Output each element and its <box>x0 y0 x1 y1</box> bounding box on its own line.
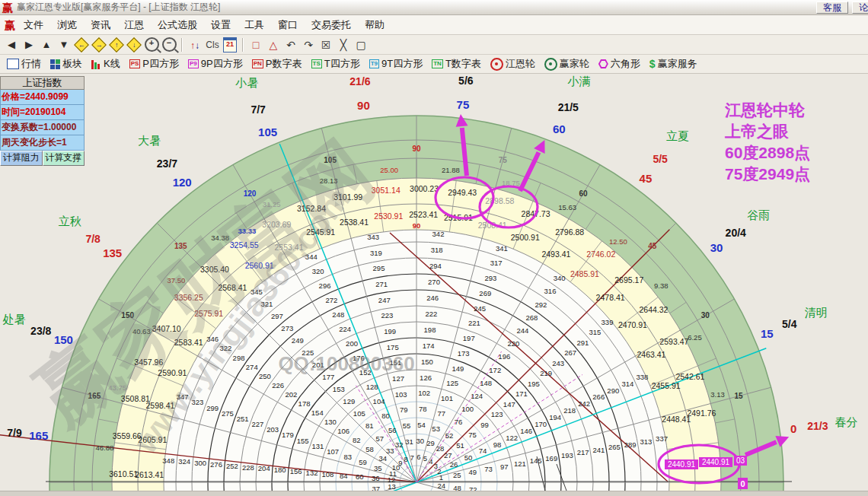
price-inner-ring-value: 2478.41 <box>596 293 625 302</box>
toolbar-item-9T四方形[interactable]: T99T四方形 <box>365 56 427 72</box>
spiral-number: 252 <box>226 462 238 470</box>
forum-button[interactable]: 论坛 <box>852 2 868 14</box>
solar-term-label: 立秋 <box>59 215 81 227</box>
spiral-number: 314 <box>621 380 633 388</box>
spiral-number: 107 <box>327 447 339 456</box>
toolbar-item-T数字表[interactable]: TNT数字表 <box>428 56 485 72</box>
zoom-out-icon[interactable]: − <box>161 37 177 53</box>
price-inner-ring-value: 2463.41 <box>637 350 665 359</box>
parameter-row-0[interactable]: 价格=2440.9099 <box>0 90 85 105</box>
menu-item-浏览[interactable]: 浏览 <box>50 16 84 34</box>
spiral-number: 31 <box>405 437 413 446</box>
toolbar-item-行情[interactable]: 行情 <box>3 56 45 72</box>
menu-item-江恩[interactable]: 江恩 <box>117 16 151 34</box>
outer-degree-label: 45 <box>640 172 653 185</box>
t-table-icon: TN <box>432 59 443 68</box>
menu-item-工具[interactable]: 工具 <box>238 16 271 34</box>
menu-item-公式选股[interactable]: 公式选股 <box>151 16 204 34</box>
spiral-number: 131 <box>311 442 324 450</box>
spiral-number: 341 <box>496 244 508 253</box>
toolbar-item-K线[interactable]: K线 <box>88 56 124 72</box>
pct-ring-value: 6.25 <box>688 333 702 342</box>
nav-up-icon[interactable]: ▲ <box>38 37 55 53</box>
app-window: { "window": {"logo":"赢","title":"赢家江恩专业版… <box>0 0 868 496</box>
t-square-icon: TS <box>311 59 322 68</box>
calendar-icon[interactable]: 21 <box>222 37 238 53</box>
watermark-text: QQ:100800360 <box>278 352 414 375</box>
spiral-number: 318 <box>431 246 443 254</box>
nav-right-icon[interactable]: ▶ <box>21 37 37 53</box>
spiral-number: 226 <box>272 381 284 389</box>
toolbar-item-T四方形[interactable]: TST四方形 <box>308 56 364 72</box>
spiral-number: 127 <box>392 374 404 383</box>
spiral-number: 128 <box>366 383 378 391</box>
spiral-number: 316 <box>544 287 557 295</box>
calc-resistance-button[interactable]: 计算阻力 <box>0 151 43 166</box>
spiral-number: 317 <box>490 259 503 267</box>
menu-item-帮助[interactable]: 帮助 <box>358 16 391 34</box>
screen-icon[interactable]: ▢ <box>353 37 369 53</box>
gann-wheel-canvas[interactable]: 1234567891011121324252627282930313233343… <box>0 74 868 491</box>
shift-down-icon[interactable]: ↓ <box>126 37 142 53</box>
menu-item-设置[interactable]: 设置 <box>204 16 238 34</box>
spiral-number: 340 <box>554 274 566 282</box>
nav-left-icon[interactable]: ◀ <box>3 37 20 53</box>
customer-service-button[interactable]: 客服 <box>816 2 848 14</box>
toolbar-item-9P四方形[interactable]: P99P四方形 <box>184 56 247 72</box>
toolbar-item-赢家服务[interactable]: $赢家服务 <box>646 56 701 72</box>
nav-down-icon[interactable]: ▼ <box>56 37 72 53</box>
solar-term-label: 小满 <box>567 75 591 87</box>
shift-right-icon[interactable]: → <box>91 37 107 53</box>
date-label: 7/8 <box>85 233 101 245</box>
spiral-number: 99 <box>480 421 489 429</box>
spiral-number: 227 <box>251 420 263 428</box>
toolbar-item-赢家轮[interactable]: 赢家轮 <box>541 56 593 72</box>
toolbar-item-label: 行情 <box>21 57 41 71</box>
current-price-value: 2440.91 <box>668 460 696 469</box>
solar-term-label: 谷雨 <box>747 208 770 221</box>
collapse-icon[interactable]: ╳ <box>335 37 352 53</box>
price-outer-ring-value: 2644.32 <box>639 305 668 314</box>
spiral-number: 145 <box>530 456 542 465</box>
parameter-row-1[interactable]: 时间=20190104 <box>0 105 85 120</box>
toolbar-item-P四方形[interactable]: PSP四方形 <box>126 56 183 72</box>
spiral-number: 223 <box>381 311 394 320</box>
cls-button[interactable]: Cls <box>204 37 221 53</box>
parameter-row-2[interactable]: 变换系数=1.00000 <box>0 120 85 135</box>
spiral-number: 77 <box>438 409 446 418</box>
updown-arrows-icon[interactable]: ↑↓ <box>187 37 203 53</box>
blocks-icon <box>50 59 60 69</box>
rotate-cw-icon[interactable]: ↷ <box>300 37 317 53</box>
square-tool-icon[interactable]: □ <box>247 37 264 53</box>
status-bar <box>0 491 868 496</box>
calc-support-button[interactable]: 计算支撑 <box>43 151 85 166</box>
shift-up-icon[interactable]: ↑ <box>108 37 125 53</box>
spiral-number: 222 <box>425 310 437 318</box>
spiral-number: 290 <box>607 386 619 395</box>
outer-degree-label: 135 <box>103 246 122 259</box>
triangle-tool-icon[interactable]: △ <box>265 37 282 53</box>
toolbar-item-江恩轮[interactable]: 江恩轮 <box>487 56 539 72</box>
ninet-square-icon: T9 <box>369 59 379 68</box>
winner-wheel-icon <box>544 58 557 71</box>
shift-left-icon[interactable]: ← <box>73 37 90 53</box>
menu-item-资讯[interactable]: 资讯 <box>84 16 117 34</box>
menu-item-窗口[interactable]: 窗口 <box>271 16 305 34</box>
toolbar-item-板块[interactable]: 板块 <box>46 56 86 72</box>
pct-ring-value: 25.00 <box>380 166 398 174</box>
price-inner-ring-value: 2500.91 <box>511 233 540 242</box>
price-outer-ring-value: 2746.02 <box>586 250 615 259</box>
menu-item-文件[interactable]: 文件 <box>17 16 50 34</box>
zoom-in-icon[interactable]: + <box>143 37 160 53</box>
toolbar-item-P数字表[interactable]: PNP数字表 <box>248 56 306 72</box>
toolbar-item-六角形[interactable]: 六角形 <box>595 56 644 72</box>
spiral-number: 273 <box>281 324 293 332</box>
rotate-ccw-icon[interactable]: ↶ <box>282 37 299 53</box>
toolbar-item-label: T四方形 <box>324 57 360 71</box>
boxed-x-icon[interactable]: ☒ <box>318 37 334 53</box>
parameter-row-3[interactable]: 周天变化步长=1 <box>0 135 85 151</box>
toolbar-item-label: 江恩轮 <box>506 57 535 71</box>
menu-item-交易委托[interactable]: 交易委托 <box>305 16 358 34</box>
price-inner-ring-value: 2485.91 <box>570 269 599 278</box>
parameter-rows: 价格=2440.9099时间=20190104变换系数=1.00000周天变化步… <box>0 90 85 151</box>
